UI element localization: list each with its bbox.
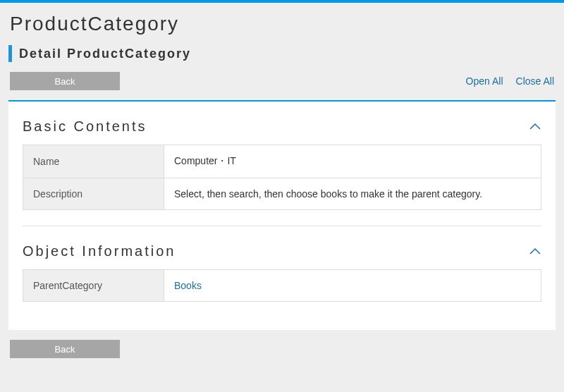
detail-panel: Basic Contents Name Computer・IT Descript…: [8, 100, 556, 330]
parent-category-link[interactable]: Books: [164, 270, 541, 302]
basic-contents-table: Name Computer・IT Description Select, the…: [23, 145, 541, 210]
sub-header: Detail ProductCategory: [0, 42, 564, 68]
bottom-toolbar: Back: [0, 340, 564, 358]
description-value: Select, then search, then choose books t…: [164, 178, 541, 210]
page-title: ProductCategory: [0, 3, 564, 42]
name-label: Name: [23, 145, 164, 178]
sub-header-accent: [8, 45, 12, 62]
description-label: Description: [23, 178, 164, 210]
table-row: ParentCategory Books: [23, 270, 541, 302]
object-information-header[interactable]: Object Information: [23, 239, 541, 269]
basic-contents-header[interactable]: Basic Contents: [23, 114, 541, 145]
object-information-section: Object Information ParentCategory Books: [23, 239, 541, 302]
back-button-bottom[interactable]: Back: [10, 340, 120, 358]
object-information-title: Object Information: [23, 243, 176, 259]
name-value: Computer・IT: [164, 145, 541, 178]
sub-title: Detail ProductCategory: [19, 47, 191, 61]
toolbar: Back Open All Close All: [0, 68, 564, 100]
object-information-table: ParentCategory Books: [23, 269, 541, 302]
chevron-up-icon: [529, 123, 541, 131]
close-all-link[interactable]: Close All: [516, 75, 554, 87]
table-row: Description Select, then search, then ch…: [23, 178, 541, 210]
back-button[interactable]: Back: [10, 72, 120, 90]
basic-contents-section: Basic Contents Name Computer・IT Descript…: [23, 114, 541, 210]
chevron-up-icon: [529, 247, 541, 256]
basic-contents-title: Basic Contents: [23, 118, 147, 135]
parent-category-label: ParentCategory: [23, 270, 164, 302]
open-all-link[interactable]: Open All: [466, 75, 503, 87]
section-divider: [23, 226, 541, 226]
table-row: Name Computer・IT: [23, 145, 541, 178]
